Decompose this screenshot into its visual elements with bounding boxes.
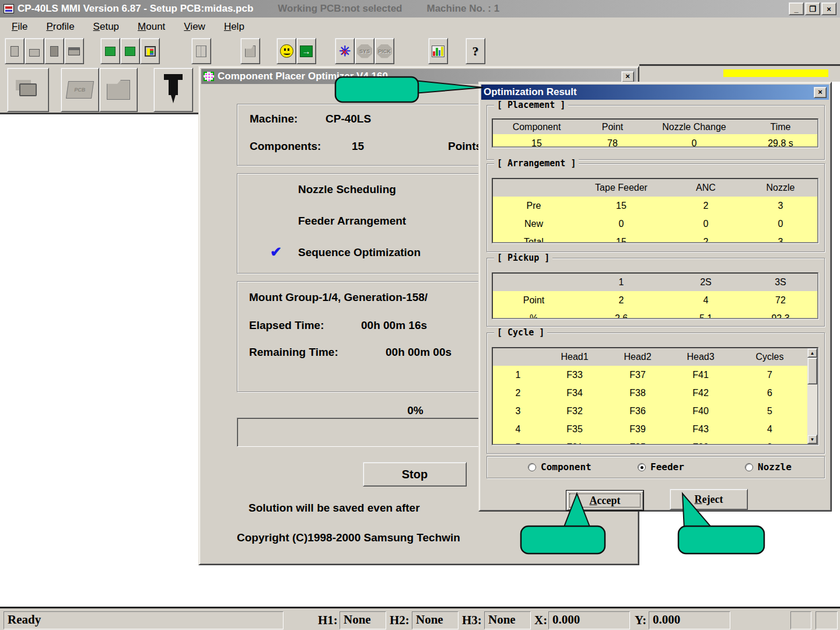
cycle-row: 1F33F37F417 (493, 366, 807, 384)
app-window: CP-40LS MMI Version 6.87 - Setup PCB:mid… (0, 0, 840, 630)
accept-button[interactable]: Accept (566, 490, 644, 511)
menu-profile[interactable]: Profile (39, 20, 81, 34)
pick-button[interactable]: PICK (374, 38, 394, 64)
placement-row: 15 78 0 29.8 s (493, 134, 817, 148)
close-button[interactable]: × (821, 2, 836, 15)
help-button[interactable]: ? (466, 38, 485, 64)
radio-nozzle[interactable]: Nozzle (745, 461, 792, 473)
run-button[interactable] (276, 38, 296, 64)
stop-button[interactable]: Stop (363, 462, 467, 487)
menu-file[interactable]: File (5, 20, 34, 34)
radio-feeder[interactable]: Feeder (638, 461, 684, 473)
cycle-scrollbar[interactable]: ▲ ▼ (807, 348, 817, 444)
step-feeder-arrangement: Feeder Arrangement (298, 215, 406, 228)
import-button[interactable] (100, 38, 120, 64)
x-value: 0.000 (548, 611, 630, 629)
smiley-icon (280, 44, 293, 58)
go-arrow-icon: → (300, 46, 313, 57)
minimize-button[interactable]: _ (789, 2, 804, 15)
status-ready: Ready (4, 611, 284, 629)
export-button[interactable] (120, 38, 140, 64)
open-file-button[interactable] (24, 38, 44, 64)
radio-feeder-dot[interactable] (638, 463, 646, 471)
remaining-value: 00h 00m 00s (386, 346, 452, 359)
highlight-strip (723, 69, 828, 77)
cycle-row: 4F35F39F434 (493, 420, 807, 438)
pickup-col-2s: 2S (668, 274, 744, 291)
scroll-up-icon[interactable]: ▲ (807, 348, 817, 358)
feeder-setup-button[interactable] (99, 68, 138, 112)
placement-col-nozzle-change: Nozzle Change (645, 120, 744, 134)
export-hand-icon (125, 47, 135, 56)
pcb-icon: PCB (66, 81, 94, 99)
menu-view[interactable]: View (177, 20, 212, 34)
sys-button[interactable]: SYS (355, 38, 374, 64)
stop-button-label: Stop (402, 468, 428, 481)
new-file-button[interactable] (5, 38, 24, 64)
h3-label: H3: (462, 613, 482, 628)
h1-label: H1: (318, 613, 338, 628)
pcb-edit-button[interactable]: PCB (61, 68, 99, 112)
origin-button[interactable]: ✳✕ (335, 38, 355, 64)
cycle-col-head3: Head3 (669, 348, 732, 366)
arrangement-table: Tape Feeder ANC Nozzle Pre 15 2 3 New 0 … (492, 178, 818, 243)
save-icon (50, 46, 58, 57)
save-file-button[interactable] (44, 38, 64, 64)
optimizer-close-icon[interactable]: × (621, 71, 634, 82)
restore-button[interactable]: ❐ (805, 2, 820, 15)
nozzle-icon (162, 73, 185, 107)
progress-percent: 0% (398, 404, 433, 417)
machine-no-status: Machine No. : 1 (426, 3, 499, 15)
printer-icon (68, 47, 80, 55)
scroll-down-icon[interactable]: ▼ (807, 435, 817, 444)
go-button[interactable]: → (296, 38, 316, 64)
menu-help[interactable]: Help (217, 20, 251, 34)
radio-component-dot[interactable] (528, 463, 536, 471)
components-label: Components: (250, 140, 321, 153)
cycle-col-head1: Head1 (543, 348, 606, 366)
menu-mount[interactable]: Mount (131, 20, 172, 34)
save-all-button[interactable] (140, 38, 160, 64)
arrangement-row-total: Total 15 2 3 (493, 233, 817, 243)
feeder-icon (245, 46, 256, 57)
working-pcb-status: Working PCB:not selected (278, 3, 402, 15)
h1-value: None (340, 611, 386, 629)
feeder-button[interactable] (240, 38, 260, 64)
status-extra-1 (790, 611, 811, 629)
arrangement-group: [ Arrangement ] Tape Feeder ANC Nozzle P… (487, 163, 825, 252)
menu-bar: File Profile Setup Mount View Help (0, 18, 840, 36)
placement-group: [ Placement ] Component Point Nozzle Cha… (487, 105, 825, 160)
h2-value: None (412, 611, 459, 629)
open-folder-icon (29, 49, 40, 57)
arrangement-row-new: New 0 0 0 (493, 215, 817, 233)
statistics-button[interactable] (428, 38, 448, 64)
chart-icon (432, 46, 444, 57)
placement-table: Component Point Nozzle Change Time 15 78… (492, 118, 818, 148)
arrangement-group-title: [ Arrangement ] (494, 158, 579, 169)
new-file-icon (10, 46, 19, 57)
machine-value: CP-40LS (326, 113, 371, 125)
result-titlebar: Optimization Result × (481, 85, 829, 100)
result-title: Optimization Result (484, 86, 577, 98)
cycle-group-title: [ Cycle ] (494, 327, 547, 338)
component-edit-button[interactable] (7, 68, 49, 112)
cycle-row: 2F34F38F426 (493, 384, 807, 402)
panel-view-button[interactable] (191, 38, 211, 64)
pick-icon: PICK (377, 44, 392, 58)
result-close-icon[interactable]: × (814, 87, 827, 98)
arrangement-row-pre: Pre 15 2 3 (493, 197, 817, 215)
step-sequence-optimization: Sequence Optimization (298, 246, 421, 259)
placement-col-component: Component (493, 120, 580, 134)
radio-component[interactable]: Component (528, 461, 592, 473)
arrangement-col-tape-feeder: Tape Feeder (575, 179, 668, 197)
menu-setup[interactable]: Setup (86, 20, 126, 34)
scroll-thumb[interactable] (807, 358, 817, 384)
print-button[interactable] (64, 38, 84, 64)
sys-icon: SYS (357, 44, 372, 58)
asterisk-icon: ✳✕ (339, 46, 351, 57)
reject-button[interactable]: Reject (670, 489, 748, 510)
cycle-col-cycles: Cycles (732, 348, 807, 366)
radio-nozzle-dot[interactable] (745, 463, 753, 471)
nozzle-setup-button[interactable] (153, 68, 193, 112)
placement-col-time: Time (744, 120, 817, 134)
